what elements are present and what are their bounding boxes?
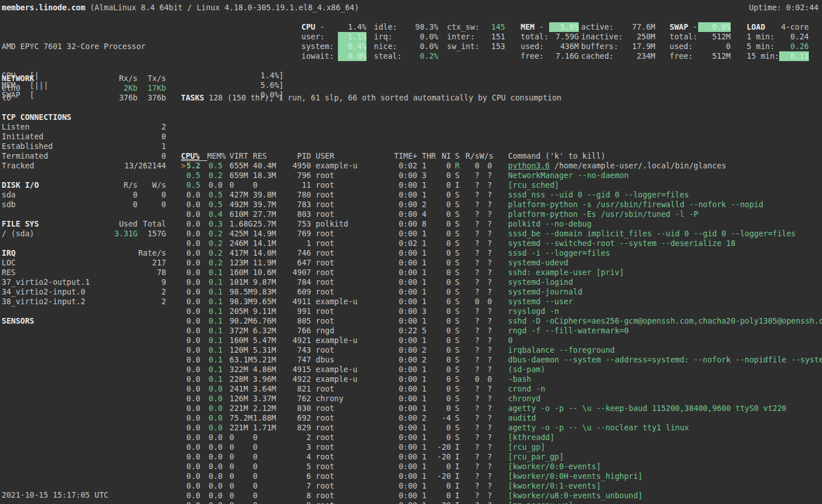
command-name: platform-python -Es /usr/sbin/tuned -l -… xyxy=(508,209,698,219)
stat-value: 512M xyxy=(698,51,731,61)
section-col2-header xyxy=(138,112,166,122)
proc-pid: 4911 xyxy=(285,297,311,307)
col-gap xyxy=(417,345,422,355)
col-gap xyxy=(223,374,229,384)
proc-command: chronyd xyxy=(508,394,822,404)
selection-cursor xyxy=(181,297,186,307)
proc-user: root xyxy=(316,345,367,355)
col-gap xyxy=(200,404,207,413)
stat-value: 5.6% xyxy=(549,22,579,32)
proc-threads: 1 xyxy=(422,491,436,501)
col-gap xyxy=(451,394,455,404)
selection-cursor: > xyxy=(181,161,186,171)
proc-pid: 609 xyxy=(285,287,311,297)
selection-cursor xyxy=(181,413,186,423)
col-gap xyxy=(451,442,455,452)
proc-threads: 1 xyxy=(422,471,436,481)
stat-label-text: used: xyxy=(521,42,544,51)
proc-state: S xyxy=(455,326,463,336)
stat-row: user:1.1% xyxy=(301,32,366,42)
sidebar-row: Listen2 xyxy=(2,122,166,132)
proc-state: S xyxy=(455,365,463,374)
section-title: TCP CONNECTIONS xyxy=(2,112,110,122)
col-gap xyxy=(200,297,207,307)
proc-mem-percent: 0.2 xyxy=(207,229,223,239)
proc-mem-percent: 0.2 xyxy=(207,248,223,258)
command-name: [kworker/0:0H-events_highpri] xyxy=(508,471,643,481)
stat-label: iowait: xyxy=(301,51,338,61)
proc-mem-percent: 0.1 xyxy=(207,277,223,287)
proc-write-rate: ? xyxy=(480,413,492,423)
col-gap xyxy=(492,287,508,297)
col-gap xyxy=(451,239,455,248)
section-col1-header: R/s xyxy=(110,180,138,190)
col-gap xyxy=(311,229,316,239)
proc-state: S xyxy=(455,171,463,180)
col-gap xyxy=(223,471,229,481)
command-name: 0 xyxy=(508,336,513,345)
sidebar-row: 37_virtio2-output.19 xyxy=(2,277,166,287)
row-value-1 xyxy=(110,287,138,297)
stat-label-text: ctx_sw: xyxy=(447,22,480,31)
col-gap xyxy=(311,433,316,442)
proc-mem-percent: 0.1 xyxy=(207,355,223,365)
proc-cpu-percent: 0.0 xyxy=(186,219,200,229)
selection-cursor xyxy=(181,355,186,365)
proc-virt: 126M xyxy=(229,394,253,404)
proc-cpu-percent: 0.0 xyxy=(186,442,200,452)
selection-cursor xyxy=(181,423,186,433)
proc-cpu-percent: 0.0 xyxy=(186,297,200,307)
proc-command: systemd-logind xyxy=(508,277,822,287)
proc-time: 0:00 xyxy=(367,481,417,491)
stat-label-text: steal: xyxy=(374,51,402,61)
proc-pid: 6 xyxy=(285,471,311,481)
col-gap xyxy=(492,200,508,209)
proc-state: S xyxy=(455,297,463,307)
stat-row: free:7.16G xyxy=(521,51,579,61)
proc-res: 1.88M xyxy=(253,413,285,423)
proc-time: 0:00 xyxy=(367,219,417,229)
col-gap xyxy=(223,501,229,504)
proc-mem-percent: 0.2 xyxy=(207,171,223,180)
col-gap xyxy=(417,190,422,200)
proc-virt: 1.68G xyxy=(229,219,253,229)
section-title: IRQ xyxy=(2,248,110,258)
proc-command: [kworker/u8:0-events_unbound] xyxy=(508,491,822,501)
stat-value: 234M xyxy=(623,51,655,61)
proc-virt: 90.2M xyxy=(229,316,253,326)
row-value-2: 78 xyxy=(138,268,166,277)
proc-cpu-percent: 0.0 xyxy=(186,239,200,248)
col-gap xyxy=(492,452,508,462)
proc-mem-percent: 0.0 xyxy=(207,180,223,190)
proc-user: root xyxy=(316,287,367,297)
proc-state: R xyxy=(455,161,463,171)
proc-command: [kworker/0:0-events] xyxy=(508,462,822,471)
process-row: 0.00.2123M11.9M647root0:0010S??systemd-u… xyxy=(181,258,822,268)
selection-cursor xyxy=(181,394,186,404)
proc-cpu-percent: 0.0 xyxy=(186,413,200,423)
process-row: 0.00.1160M10.6M4907root0:0010S??sshd: ex… xyxy=(181,268,822,277)
proc-res: 0 xyxy=(253,481,285,491)
proc-threads: 2 xyxy=(422,355,436,365)
proc-time: 0:00 xyxy=(367,374,417,384)
col-gap xyxy=(492,171,508,180)
proc-write-rate: ? xyxy=(480,481,492,491)
glances-terminal-screen[interactable]: members.linode.com (AlmaLinux 8.4 64bit … xyxy=(0,0,822,504)
proc-pid: 821 xyxy=(285,384,311,394)
proc-time: 0:00 xyxy=(367,297,417,307)
command-name: systemd --switched-root --system --deser… xyxy=(508,239,735,248)
proc-threads: 1 xyxy=(422,229,436,239)
stat-label-text: used: xyxy=(670,42,693,51)
proc-res: 5.47M xyxy=(253,336,285,345)
col-gap xyxy=(200,307,207,316)
process-row: 0.00.1205M9.11M991root0:0030S??rsyslogd … xyxy=(181,307,822,316)
proc-command: -bash xyxy=(508,374,822,384)
proc-pid: 746 xyxy=(285,248,311,258)
command-name: [kworker/0:0-events] xyxy=(508,462,601,471)
stat-label-text: 15 min: xyxy=(747,51,779,61)
proc-time: 0:00 xyxy=(367,452,417,462)
proc-res: 0 xyxy=(253,452,285,462)
proc-read-rate: ? xyxy=(463,336,480,345)
stat-label: inter: xyxy=(447,32,481,42)
proc-command: sssd_nss --uid 0 --gid 0 --logger=files xyxy=(508,190,822,200)
